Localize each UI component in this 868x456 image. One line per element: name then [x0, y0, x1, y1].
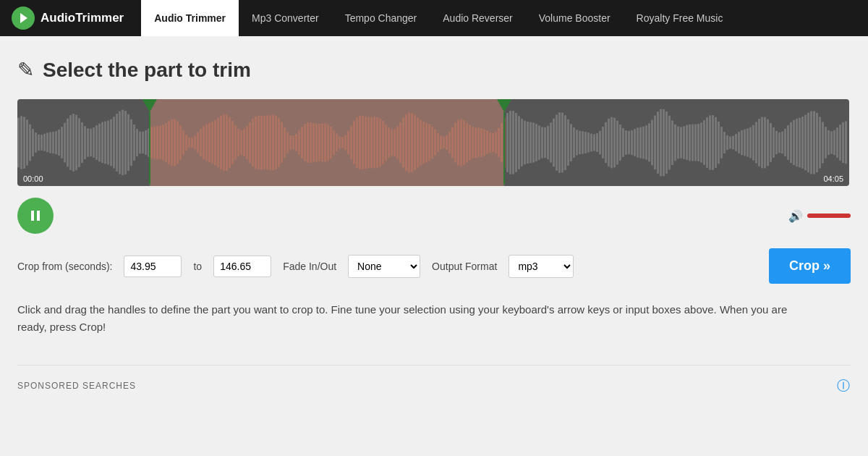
svg-rect-25	[87, 128, 89, 157]
svg-rect-189	[561, 113, 563, 173]
svg-rect-257	[758, 119, 760, 166]
play-pause-button[interactable]	[17, 198, 54, 234]
svg-rect-232	[686, 125, 688, 161]
svg-rect-207	[613, 118, 616, 168]
svg-rect-212	[628, 131, 630, 154]
nav-mp3-converter[interactable]: Mp3 Converter	[239, 0, 332, 36]
svg-rect-221	[654, 116, 656, 170]
svg-rect-263	[775, 131, 778, 155]
svg-rect-264	[778, 132, 780, 153]
footer-icon: ⓘ	[837, 377, 851, 394]
fade-label: Fade In/Out	[283, 261, 336, 272]
nav-links: Audio Trimmer Mp3 Converter Tempo Change…	[141, 0, 736, 36]
sponsored-label: SPONSORED SEARCHES	[17, 381, 136, 391]
svg-rect-10	[43, 134, 46, 151]
svg-rect-261	[770, 123, 772, 162]
svg-rect-218	[645, 125, 647, 159]
svg-rect-286	[842, 122, 844, 163]
crop-to-input[interactable]	[213, 256, 271, 277]
fade-select[interactable]: None Fade In Fade Out Both	[348, 255, 420, 278]
handle-left[interactable]	[143, 99, 156, 185]
svg-rect-38	[124, 111, 127, 174]
volume-slider[interactable]	[807, 214, 851, 218]
svg-rect-176	[524, 121, 526, 165]
svg-rect-202	[599, 131, 601, 155]
svg-rect-190	[564, 115, 566, 170]
svg-rect-265	[781, 131, 783, 153]
nav-volume-booster[interactable]: Volume Booster	[526, 0, 624, 36]
svg-rect-287	[845, 121, 847, 164]
svg-rect-258	[761, 117, 763, 169]
svg-rect-228	[674, 124, 676, 161]
svg-rect-26	[90, 129, 92, 157]
waveform-container[interactable]: 00:00 04:05	[17, 99, 849, 186]
nav-audio-trimmer[interactable]: Audio Trimmer	[141, 0, 239, 36]
format-select[interactable]: mp3 wav ogg m4a	[509, 255, 574, 278]
svg-rect-252	[744, 129, 746, 156]
svg-rect-234	[692, 124, 694, 161]
svg-rect-188	[558, 112, 561, 173]
svg-rect-4	[26, 119, 28, 165]
svg-rect-288	[31, 211, 34, 221]
svg-rect-31	[104, 122, 106, 164]
crop-button[interactable]: Crop »	[769, 248, 851, 284]
svg-rect-43	[139, 131, 141, 153]
svg-rect-177	[527, 122, 529, 164]
svg-rect-262	[773, 127, 775, 158]
svg-rect-249	[735, 134, 737, 151]
svg-rect-29	[98, 124, 101, 162]
svg-rect-227	[671, 120, 673, 165]
svg-rect-239	[706, 117, 708, 168]
svg-rect-233	[689, 124, 691, 161]
svg-rect-193	[573, 127, 575, 158]
handle-right[interactable]	[498, 99, 511, 185]
svg-rect-13	[52, 132, 54, 154]
volume-icon: 🔊	[788, 209, 803, 223]
nav-audio-reverser[interactable]: Audio Reverser	[430, 0, 526, 36]
svg-rect-276	[813, 111, 815, 174]
svg-rect-213	[631, 130, 633, 156]
svg-rect-185	[550, 122, 552, 163]
svg-rect-6	[32, 129, 34, 156]
footer-bar: SPONSORED SEARCHES ⓘ	[17, 365, 851, 394]
svg-rect-235	[694, 124, 697, 161]
svg-rect-237	[700, 122, 702, 163]
svg-rect-173	[515, 113, 517, 172]
svg-rect-18	[67, 119, 69, 167]
svg-rect-175	[521, 119, 523, 166]
svg-rect-17	[64, 122, 66, 162]
svg-rect-27	[93, 127, 95, 158]
svg-rect-22	[78, 118, 80, 167]
svg-rect-266	[784, 129, 786, 157]
logo[interactable]: AudioTrimmer	[12, 7, 124, 30]
svg-rect-268	[790, 122, 792, 164]
svg-rect-187	[556, 114, 558, 171]
crop-from-input[interactable]	[124, 256, 182, 277]
svg-rect-214	[634, 129, 636, 156]
time-start: 00:00	[23, 174, 43, 183]
svg-rect-231	[683, 126, 685, 159]
volume-controls: 🔊	[788, 209, 851, 223]
nav-tempo-changer[interactable]: Tempo Changer	[332, 0, 430, 36]
svg-rect-11	[46, 132, 48, 152]
svg-rect-178	[529, 122, 532, 164]
svg-rect-216	[639, 127, 642, 158]
svg-rect-32	[107, 121, 109, 165]
svg-rect-42	[136, 129, 138, 156]
svg-rect-246	[726, 135, 728, 151]
svg-rect-241	[712, 115, 714, 170]
nav-royalty-free-music[interactable]: Royalty Free Music	[624, 0, 736, 36]
svg-rect-192	[570, 124, 572, 161]
svg-rect-200	[593, 134, 595, 151]
svg-rect-247	[729, 137, 731, 149]
svg-rect-9	[41, 135, 43, 151]
svg-rect-282	[830, 131, 833, 154]
svg-rect-15	[58, 130, 60, 156]
svg-rect-186	[553, 119, 555, 167]
svg-rect-222	[657, 111, 659, 174]
edit-icon: ✎	[17, 58, 34, 82]
svg-rect-256	[755, 122, 757, 164]
svg-rect-204	[605, 122, 607, 164]
logo-text: AudioTrimmer	[41, 11, 124, 25]
svg-rect-40	[130, 119, 132, 166]
